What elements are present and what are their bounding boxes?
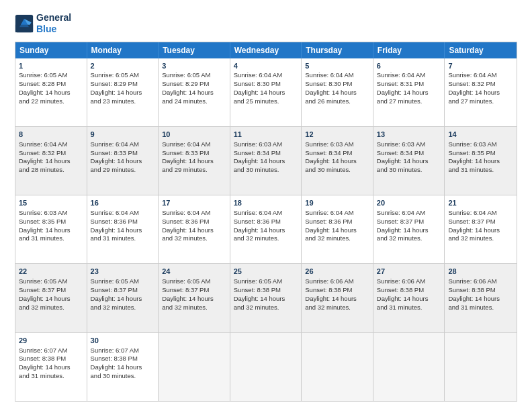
day-cell-20: 20Sunrise: 6:04 AMSunset: 8:37 PMDayligh… xyxy=(373,195,445,263)
day-info-line: and 31 minutes. xyxy=(19,372,83,381)
day-info-line: and 32 minutes. xyxy=(234,234,298,243)
day-cell-14: 14Sunrise: 6:03 AMSunset: 8:35 PMDayligh… xyxy=(445,127,517,195)
day-info-line: and 31 minutes. xyxy=(91,234,155,243)
day-info-line: Sunrise: 6:04 AM xyxy=(234,71,298,80)
logo-text-block: General Blue xyxy=(36,12,71,35)
day-cell-29: 29Sunrise: 6:07 AMSunset: 8:38 PMDayligh… xyxy=(15,333,87,401)
day-info-line: and 31 minutes. xyxy=(19,234,83,243)
day-cell-5: 5Sunrise: 6:04 AMSunset: 8:30 PMDaylight… xyxy=(302,58,373,126)
day-info-line: Daylight: 14 hours xyxy=(234,226,298,235)
day-info-line: Sunset: 8:35 PM xyxy=(19,218,83,226)
day-info-line: Daylight: 14 hours xyxy=(305,157,369,166)
day-info-line: and 30 minutes. xyxy=(305,166,369,175)
day-info-line: Sunrise: 6:03 AM xyxy=(305,140,369,149)
day-number: 1 xyxy=(19,61,83,71)
day-cell-19: 19Sunrise: 6:04 AMSunset: 8:36 PMDayligh… xyxy=(302,195,373,263)
day-cell-26: 26Sunrise: 6:06 AMSunset: 8:38 PMDayligh… xyxy=(302,264,373,332)
day-number: 29 xyxy=(19,336,83,346)
day-cell-17: 17Sunrise: 6:04 AMSunset: 8:36 PMDayligh… xyxy=(159,195,230,263)
day-info-line: Daylight: 14 hours xyxy=(234,295,298,304)
empty-cell xyxy=(302,333,373,401)
day-info-line: Sunset: 8:37 PM xyxy=(91,286,155,295)
day-info-line: Daylight: 14 hours xyxy=(305,226,369,235)
day-info-line: Daylight: 14 hours xyxy=(448,295,513,304)
day-info-line: Sunset: 8:30 PM xyxy=(305,80,369,89)
day-info-line: and 27 minutes. xyxy=(448,97,513,106)
day-info-line: Sunrise: 6:03 AM xyxy=(377,140,441,149)
day-info-line: Daylight: 14 hours xyxy=(377,157,441,166)
empty-cell xyxy=(445,333,517,401)
day-info-line: and 31 minutes. xyxy=(448,304,513,312)
day-number: 20 xyxy=(377,198,441,208)
day-info-line: Sunset: 8:37 PM xyxy=(377,218,441,226)
calendar-row-3: 15Sunrise: 6:03 AMSunset: 8:35 PMDayligh… xyxy=(15,195,517,263)
day-number: 18 xyxy=(234,198,298,208)
day-cell-15: 15Sunrise: 6:03 AMSunset: 8:35 PMDayligh… xyxy=(15,195,87,263)
day-number: 4 xyxy=(234,61,298,71)
calendar-row-5: 29Sunrise: 6:07 AMSunset: 8:38 PMDayligh… xyxy=(15,332,517,401)
day-number: 14 xyxy=(448,130,513,140)
empty-cell xyxy=(159,333,230,401)
day-cell-18: 18Sunrise: 6:04 AMSunset: 8:36 PMDayligh… xyxy=(230,195,302,263)
day-info-line: Daylight: 14 hours xyxy=(377,226,441,235)
day-cell-23: 23Sunrise: 6:05 AMSunset: 8:37 PMDayligh… xyxy=(87,264,159,332)
day-info-line: and 31 minutes. xyxy=(377,304,441,312)
day-info-line: and 29 minutes. xyxy=(162,166,226,175)
day-cell-25: 25Sunrise: 6:05 AMSunset: 8:38 PMDayligh… xyxy=(230,264,302,332)
day-info-line: Sunrise: 6:04 AM xyxy=(377,71,441,80)
day-info-line: Sunset: 8:37 PM xyxy=(448,218,513,226)
day-info-line: Sunset: 8:29 PM xyxy=(91,80,155,89)
day-number: 22 xyxy=(19,267,83,277)
calendar-row-4: 22Sunrise: 6:05 AMSunset: 8:37 PMDayligh… xyxy=(15,263,517,332)
day-info-line: Sunrise: 6:05 AM xyxy=(19,277,83,286)
day-info-line: Sunset: 8:33 PM xyxy=(162,149,226,158)
day-cell-6: 6Sunrise: 6:04 AMSunset: 8:31 PMDaylight… xyxy=(373,58,445,126)
day-cell-24: 24Sunrise: 6:05 AMSunset: 8:37 PMDayligh… xyxy=(159,264,230,332)
day-info-line: Sunset: 8:38 PM xyxy=(305,286,369,295)
day-info-line: Daylight: 14 hours xyxy=(91,157,155,166)
day-number: 24 xyxy=(162,267,226,277)
logo-icon xyxy=(15,14,34,33)
day-info-line: Sunrise: 6:07 AM xyxy=(91,347,155,355)
day-info-line: Sunset: 8:36 PM xyxy=(234,218,298,226)
day-info-line: and 26 minutes. xyxy=(305,97,369,106)
day-info-line: Daylight: 14 hours xyxy=(305,89,369,97)
empty-cell xyxy=(373,333,445,401)
day-info-line: and 32 minutes. xyxy=(91,304,155,312)
day-info-line: Sunrise: 6:04 AM xyxy=(377,209,441,218)
day-info-line: Sunset: 8:36 PM xyxy=(305,218,369,226)
day-info-line: and 31 minutes. xyxy=(448,166,513,175)
day-info-line: Sunrise: 6:04 AM xyxy=(234,209,298,218)
day-info-line: Daylight: 14 hours xyxy=(448,89,513,97)
day-number: 10 xyxy=(162,130,226,140)
day-info-line: Sunrise: 6:04 AM xyxy=(305,71,369,80)
day-info-line: Sunrise: 6:03 AM xyxy=(19,209,83,218)
day-cell-7: 7Sunrise: 6:04 AMSunset: 8:32 PMDaylight… xyxy=(445,58,517,126)
day-cell-3: 3Sunrise: 6:05 AMSunset: 8:29 PMDaylight… xyxy=(159,58,230,126)
day-info-line: Sunrise: 6:04 AM xyxy=(448,209,513,218)
day-cell-8: 8Sunrise: 6:04 AMSunset: 8:32 PMDaylight… xyxy=(15,127,87,195)
day-info-line: Sunset: 8:38 PM xyxy=(377,286,441,295)
day-info-line: Sunrise: 6:05 AM xyxy=(162,71,226,80)
day-number: 16 xyxy=(91,198,155,208)
day-info-line: Daylight: 14 hours xyxy=(162,157,226,166)
day-info-line: Daylight: 14 hours xyxy=(91,295,155,304)
day-number: 7 xyxy=(448,61,513,71)
day-cell-28: 28Sunrise: 6:06 AMSunset: 8:38 PMDayligh… xyxy=(445,264,517,332)
day-info-line: Sunset: 8:38 PM xyxy=(234,286,298,295)
day-info-line: Daylight: 14 hours xyxy=(162,226,226,235)
day-info-line: Daylight: 14 hours xyxy=(234,157,298,166)
day-info-line: Daylight: 14 hours xyxy=(234,89,298,97)
day-number: 5 xyxy=(305,61,369,71)
day-number: 28 xyxy=(448,267,513,277)
weekday-header-saturday: Saturday xyxy=(445,42,517,58)
day-info-line: Daylight: 14 hours xyxy=(377,295,441,304)
logo-name-general: General xyxy=(36,12,71,24)
day-info-line: Sunset: 8:38 PM xyxy=(91,355,155,363)
day-number: 9 xyxy=(91,130,155,140)
day-info-line: Sunset: 8:36 PM xyxy=(91,218,155,226)
day-info-line: Sunrise: 6:04 AM xyxy=(19,140,83,149)
day-info-line: and 32 minutes. xyxy=(448,234,513,243)
day-number: 23 xyxy=(91,267,155,277)
day-info-line: Daylight: 14 hours xyxy=(19,89,83,97)
